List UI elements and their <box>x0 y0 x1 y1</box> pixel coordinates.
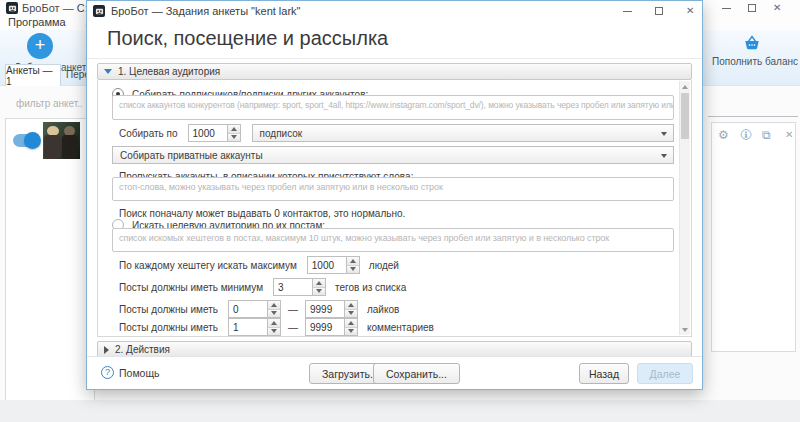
minimize-icon[interactable] <box>722 8 731 9</box>
minimize-icon[interactable] <box>623 11 632 12</box>
close-icon[interactable]: ✕ <box>773 4 781 12</box>
collect-by-count-input[interactable] <box>188 124 228 142</box>
main-window-controls: ✕ <box>722 4 781 12</box>
stop-words-textarea[interactable]: стоп-слова, можно указывать через пробел… <box>112 177 674 201</box>
section-target-audience[interactable]: 1. Целевая аудитория <box>97 63 692 80</box>
close-icon[interactable]: ✕ <box>686 7 694 15</box>
close-icon[interactable]: ✕ <box>785 128 793 142</box>
maximize-icon[interactable] <box>748 4 756 12</box>
hashtags-placeholder: список искомых хештегов в постах, максим… <box>119 233 667 243</box>
maximize-icon[interactable] <box>655 7 663 15</box>
scroll-down-icon[interactable] <box>680 324 690 335</box>
likes-max-input[interactable] <box>305 300 345 318</box>
profile-avatar[interactable] <box>43 122 80 159</box>
private-accounts-value: Собирать приватные аккаунты <box>120 150 263 161</box>
save-button[interactable]: Сохранить... <box>373 363 460 384</box>
min-tags-suffix: тегов из списка <box>335 282 406 293</box>
hashtags-textarea[interactable]: список искомых хештегов в постах, максим… <box>112 228 674 252</box>
dialog-title: БроБот — Задания анкеты "kent lark" <box>111 5 301 17</box>
right-panel-divider <box>708 116 798 117</box>
collect-by-row: Собирать по подписок <box>112 124 674 142</box>
section-scrollbar[interactable] <box>679 81 690 335</box>
brobot-app-icon <box>6 2 18 14</box>
scrollbar-thumb[interactable] <box>681 93 689 139</box>
likes-range-row: Посты должны иметь — лайков <box>112 300 399 318</box>
dialog-window-controls: ✕ <box>623 7 694 15</box>
range-dash: — <box>288 304 298 315</box>
collect-by-unit-select[interactable]: подписок <box>252 124 674 142</box>
collect-by-stepper[interactable] <box>228 124 241 142</box>
collect-by-unit-value: подписок <box>260 128 303 139</box>
expand-triangle-icon <box>104 346 109 354</box>
range-dash: — <box>288 322 298 333</box>
min-tags-stepper[interactable] <box>313 278 326 296</box>
heading-separator <box>87 58 702 59</box>
likes-min-input[interactable] <box>228 300 268 318</box>
basket-icon <box>742 33 762 53</box>
comments-max-stepper[interactable] <box>345 318 358 336</box>
tasks-dialog: БроБот — Задания анкеты "kent lark" ✕ По… <box>86 0 703 390</box>
likes-label: Посты должны иметь <box>119 304 218 315</box>
collect-by-label: Собирать по <box>119 128 178 139</box>
section2-title: 2. Действия <box>115 344 170 355</box>
chevron-down-icon <box>661 154 667 158</box>
profile-filter-input[interactable] <box>16 98 82 109</box>
brobot-dialog-icon <box>93 5 105 17</box>
dialog-heading: Поиск, посещение и рассылка <box>107 27 388 50</box>
per-hashtag-count-input[interactable] <box>307 256 347 274</box>
back-button[interactable]: Назад <box>579 363 629 384</box>
plus-icon: + <box>27 33 53 59</box>
chevron-down-icon <box>661 132 667 136</box>
help-icon: ? <box>101 366 114 379</box>
per-hashtag-row: По каждому хештегу искать максимум людей <box>112 256 399 274</box>
comments-range-row: Посты должны иметь — комментариев <box>112 318 434 336</box>
private-accounts-select[interactable]: Собирать приватные аккаунты <box>112 146 674 164</box>
comments-max-input[interactable] <box>305 318 345 336</box>
min-tags-row: Посты должны иметь минимум тегов из спис… <box>112 278 406 296</box>
stop-words-placeholder: стоп-слова, можно указывать через пробел… <box>119 182 667 192</box>
min-tags-input[interactable] <box>273 278 313 296</box>
topup-balance-button[interactable]: Пополнить баланс <box>712 33 792 67</box>
gear-icon[interactable]: ⚙ <box>718 128 729 142</box>
section1-content: Собирать подписчиков/подписки других акк… <box>97 80 692 337</box>
profile-enabled-toggle[interactable] <box>13 134 39 147</box>
comments-label: Посты должны иметь <box>119 322 218 333</box>
tab-ankety[interactable]: Анкеты — 1 <box>5 64 61 86</box>
dialog-titlebar: БроБот — Задания анкеты "kent lark" ✕ <box>87 1 702 21</box>
open-external-icon[interactable]: ⧉ <box>762 128 771 142</box>
profile-list <box>5 118 95 405</box>
per-hashtag-label: По каждому хештегу искать максимум <box>119 260 297 271</box>
per-hashtag-stepper[interactable] <box>347 256 360 274</box>
scroll-up-icon[interactable] <box>680 81 690 92</box>
app-root: БроБот — C:\Users\Il ✕ Программа Анкеты … <box>0 0 800 422</box>
section1-title: 1. Целевая аудитория <box>118 66 220 77</box>
competitor-accounts-textarea[interactable]: список аккаунтов конкурентов (например: … <box>112 95 674 120</box>
help-link[interactable]: ? Помощь <box>101 366 160 379</box>
comments-suffix: комментариев <box>367 322 434 333</box>
likes-min-stepper[interactable] <box>268 300 281 318</box>
menu-programma[interactable]: Программа <box>8 16 66 30</box>
help-label: Помощь <box>119 367 160 379</box>
topup-balance-label: Пополнить баланс <box>712 56 792 67</box>
comments-min-stepper[interactable] <box>268 318 281 336</box>
dialog-footer: ? Помощь Загрузить... Сохранить... Назад… <box>87 356 702 389</box>
main-window-bottom <box>0 400 800 422</box>
min-tags-label: Посты должны иметь минимум <box>119 282 263 293</box>
competitor-accounts-placeholder: список аккаунтов конкурентов (например: … <box>119 100 667 110</box>
info-icon[interactable]: 🛈 <box>740 128 752 142</box>
next-button[interactable]: Далее <box>637 363 693 384</box>
browser-panel: ⚙ 🛈 ⧉ ✕ <box>711 122 796 352</box>
collapse-triangle-icon <box>104 69 112 74</box>
comments-min-input[interactable] <box>228 318 268 336</box>
likes-max-stepper[interactable] <box>345 300 358 318</box>
per-hashtag-suffix: людей <box>369 260 399 271</box>
likes-suffix: лайков <box>367 304 399 315</box>
browser-panel-toolbar: ⚙ 🛈 ⧉ ✕ <box>712 128 795 144</box>
